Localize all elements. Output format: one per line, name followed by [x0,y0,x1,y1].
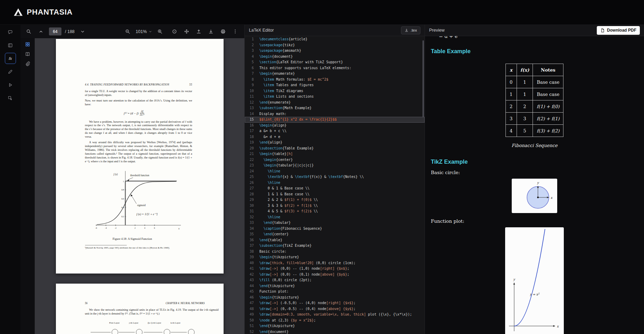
svg-text:0.4: 0.4 [121,206,124,209]
search-button[interactable] [24,27,33,36]
paperclip-icon [25,61,30,66]
svg-text:4: 4 [144,227,145,229]
code-line: 15$$\int_{0}^{1} x^2 dx = \frac{1}{2}$$ [245,117,425,123]
book-view-button[interactable] [23,49,32,58]
code-line: 7\begin{enumerate} [245,71,425,77]
code-line: 39\begin{tikzpicture} [245,254,425,260]
file-icon [600,28,605,33]
running-head: 56 CHAPTER 4. NEURAL NETWORKS [85,302,210,305]
page-paragraph: A way around this difficulty was propose… [85,141,192,163]
pdf-toolbar: 64 / 188 101% [20,25,244,38]
page-prev-button[interactable] [36,27,45,36]
code-line: 17a &= b + c \\ [245,128,425,134]
threshold-label: threshold function [130,174,149,177]
select-tool-button[interactable] [5,92,16,104]
code-line: 28 1 & 1 & Base case \\ [245,192,425,197]
zoom-out-button[interactable] [123,27,132,36]
page-number-input[interactable]: 64 [49,27,61,35]
code-line: 19\end{align} [245,140,425,146]
grid-view-button[interactable] [23,40,32,49]
pdf-body: 4.4. TRAINING FEEDFORWARD NETWORKS BY BA… [20,38,244,334]
chevron-up-icon [39,29,43,34]
editor-scrollbar[interactable] [423,40,424,117]
page-next-button[interactable] [78,27,87,36]
pdf-canvas[interactable]: 4.4. TRAINING FEEDFORWARD NETWORKS BY BA… [35,38,244,334]
basic-circle-label: Basic circle: [431,170,644,175]
page-paragraph: Now, we must turn our attention to the c… [85,99,192,107]
kebab-icon [233,29,238,34]
fib-table-head: xf(x)Notes [505,64,563,76]
code-line: 13\subsection{Math Example} [245,105,425,111]
zoom-level-select[interactable]: 101% [136,29,152,34]
code-line: 11 \item Lists and sections [245,94,425,100]
pen-tool-button[interactable] [5,66,16,77]
svg-text:6: 6 [154,227,155,229]
code-line: 16\begin{align} [245,123,425,129]
code-line: 36\end{table} [245,237,425,243]
page-count-label: / 188 [65,29,75,34]
code-line: 42\draw[->] (0,0) -- (0,1) node[above] {… [245,272,425,278]
table-header-x: x [505,64,517,76]
paperclip-view-button[interactable] [23,59,32,68]
layer-label: k-th Layer [170,321,181,324]
section-heading-table-example: Table Example [431,48,644,55]
download-tex-button[interactable]: .tex [401,26,420,34]
code-editor[interactable]: 1\documentclass{article}2\usepackage{tik… [245,36,425,334]
sigmoid-figure: f (s) threshold function sigmoid f (s) =… [93,167,184,235]
function-icon: fx [8,56,13,61]
focus-button[interactable] [170,27,179,36]
layout-tool-button[interactable] [5,40,16,51]
code-line: 51\end{tikzpicture} [245,323,425,329]
pdf-sidebar [20,38,35,334]
code-line: 35 \end{center} [245,231,425,237]
code-line: 45Function plot: [245,289,425,295]
kebab-button[interactable] [231,27,240,36]
latex-editor-panel: LaTeX Editor .tex 1\documentclass{articl… [244,25,425,334]
code-line: 3\usepackage{amsmath} [245,48,425,54]
code-line: 20\subsection{Table Example} [245,146,425,152]
code-line: 6This editor supports various LaTeX elem… [245,65,425,71]
print-button[interactable] [218,27,227,36]
comment-tool-button[interactable] [5,26,16,38]
svg-text:2: 2 [134,227,135,229]
code-line: 40\draw[thick, fill=blue!20] (0,0) circl… [245,260,425,266]
play-tool-button[interactable] [5,79,16,90]
phantasia-logo-icon [14,8,23,16]
preview-content[interactable]: = d + e Table Example xf(x)Notes 01Base … [425,36,644,334]
code-line: 22 \begin{center} [245,157,425,163]
code-line: 24 \hline [245,169,425,174]
formula-fraction: ∂f ∂s⁽ʲ⁾ [140,110,144,117]
svg-text:0.2: 0.2 [121,215,124,218]
plot-y-label: y [513,278,516,281]
search-icon [26,29,31,34]
plot-x-label: x [557,325,559,328]
code-line: 32 \hline [245,214,425,220]
running-head-title: CHAPTER 4. NEURAL NETWORKS [166,302,205,305]
code-line: 31 4 & 5 & $f(3) + f(2)$ \\ [245,209,425,214]
circle-y-label: y [537,181,540,185]
zoom-value-label: 101% [136,29,147,34]
code-line: 2\usepackage{tikz} [245,42,425,48]
table-header-f(x): f(x) [517,64,533,76]
select-icon [8,96,13,101]
chevron-down-icon [80,29,85,34]
running-head: 4.4. TRAINING FEEDFORWARD NETWORKS BY BA… [85,83,192,86]
move-icon [184,29,189,34]
move-button[interactable] [182,27,191,36]
fib-table-body: 01Base case11Base case22f(1) + f(0)33f(2… [505,76,563,137]
math-fragment: = d + e [439,36,644,40]
focus-icon [172,29,177,34]
function-tool-button[interactable]: fx [5,53,16,64]
formula-lhs: f⁽ʲ⁾ = (d − f) [124,112,139,115]
code-line: 29 2 & 2 & $f(1) + f(0)$ \\ [245,197,425,203]
layer-label: (k-1)-th Layer [148,321,161,324]
zoom-in-button[interactable] [156,27,165,36]
code-line: 18 &= d + e [245,134,425,140]
download-pdf-button[interactable]: Download PDF [597,26,640,35]
circle-x-label: x [551,196,553,199]
upload-button[interactable] [194,27,203,36]
pdf-viewer-panel: 64 / 188 101% 4.4. TRAINING FEEDFOR [20,25,244,334]
download-button[interactable] [206,27,215,36]
sigmoid-label: sigmoid [137,204,145,207]
table-row: 45f(3) + f(2) [505,125,563,137]
